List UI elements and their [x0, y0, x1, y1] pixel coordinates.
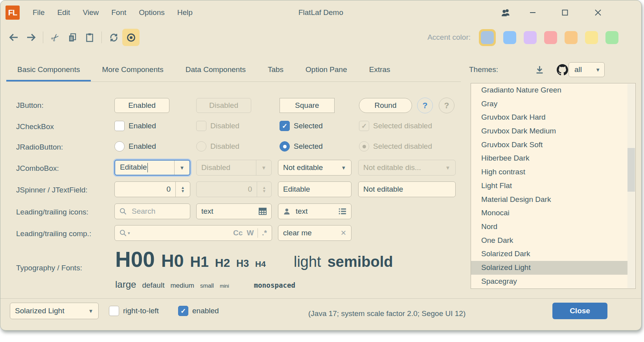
- github-button[interactable]: [557, 64, 568, 76]
- arrow-down-icon[interactable]: ▼: [181, 189, 185, 193]
- theme-item[interactable]: Gruvbox Dark Hard: [471, 111, 627, 124]
- theme-item[interactable]: Gruvbox Dark Soft: [471, 138, 627, 152]
- right-to-left-checkbox[interactable]: right-to-left: [109, 306, 159, 316]
- spinner-disabled: 0 ▲▼: [196, 181, 272, 197]
- chevron-down-icon[interactable]: ▼: [83, 303, 98, 319]
- textfield-value[interactable]: text: [291, 207, 338, 216]
- theme-item[interactable]: High contrast: [471, 165, 627, 179]
- spinner-enabled[interactable]: 0 ▲▼: [114, 181, 190, 197]
- radio-selected[interactable]: Selected: [280, 141, 323, 152]
- chevron-down-icon[interactable]: ▼: [174, 161, 190, 175]
- theme-item-selected[interactable]: Solarized Light: [471, 261, 627, 275]
- search-placeholder[interactable]: Search: [127, 207, 190, 216]
- theme-item[interactable]: Light Flat: [471, 179, 627, 193]
- laf-combobox[interactable]: Solarized Light ▼: [10, 303, 99, 319]
- radio-checked-icon[interactable]: [280, 141, 290, 152]
- minimize-button[interactable]: [527, 7, 538, 18]
- theme-item[interactable]: Gray: [471, 97, 627, 111]
- maximize-button[interactable]: [559, 7, 570, 18]
- radio-label: Enabled: [129, 142, 156, 151]
- close-button[interactable]: Close: [552, 303, 607, 319]
- github-icon: [557, 64, 568, 76]
- menu-help[interactable]: Help: [171, 0, 199, 25]
- menu-view[interactable]: View: [76, 0, 105, 25]
- tab-data-components[interactable]: Data Components: [175, 59, 257, 81]
- theme-item[interactable]: One Dark: [471, 234, 627, 248]
- checkbox-checked-icon[interactable]: ✓: [280, 121, 290, 131]
- theme-item[interactable]: Monocai: [471, 206, 627, 220]
- themes-scrollbar-thumb[interactable]: [627, 148, 635, 192]
- enabled-checkbox[interactable]: ✓ enabled: [178, 306, 219, 316]
- theme-item[interactable]: Hiberbee Dark: [471, 152, 627, 165]
- chevron-down-icon[interactable]: ▼: [336, 160, 351, 175]
- download-theme-button[interactable]: [534, 65, 545, 75]
- radio-icon[interactable]: [114, 141, 125, 152]
- round-button[interactable]: Round: [359, 98, 412, 113]
- search-with-dropdown-button[interactable]: ▾: [115, 229, 130, 237]
- combobox-editable[interactable]: Editable ▼: [114, 160, 190, 176]
- regex-button[interactable]: .*: [262, 229, 267, 237]
- match-case-button[interactable]: Cc: [233, 229, 243, 237]
- tab-basic-components[interactable]: Basic Components: [6, 59, 91, 81]
- clearable-field-value[interactable]: clear me: [278, 229, 340, 237]
- help-button[interactable]: ?: [417, 98, 433, 113]
- paste-button[interactable]: [81, 29, 98, 46]
- user-icon: [278, 207, 291, 216]
- textfield-value[interactable]: text: [197, 207, 258, 216]
- textfield-not-editable[interactable]: Not editable: [358, 181, 456, 197]
- themes-filter-combobox[interactable]: all ▼: [569, 62, 605, 77]
- menu-font[interactable]: Font: [105, 0, 132, 25]
- accent-swatch-red[interactable]: [544, 31, 557, 44]
- tab-tabs[interactable]: Tabs: [257, 59, 294, 81]
- accent-swatch-yellow[interactable]: [585, 31, 598, 44]
- theme-item[interactable]: Gruvbox Dark Medium: [471, 124, 627, 138]
- enabled-button[interactable]: Enabled: [114, 98, 169, 113]
- accent-swatch-blue[interactable]: [503, 31, 516, 44]
- combobox-value[interactable]: Editable: [115, 163, 174, 172]
- accent-swatch-green[interactable]: [605, 31, 618, 44]
- theme-item[interactable]: Nord: [471, 220, 627, 234]
- checkbox-icon[interactable]: [114, 121, 125, 131]
- show-hidden-button[interactable]: [122, 29, 140, 46]
- search-field[interactable]: Search: [114, 203, 190, 219]
- default-sample: default: [142, 281, 164, 290]
- spinner-value[interactable]: 0: [115, 185, 175, 194]
- users-icon[interactable]: [500, 7, 512, 18]
- copy-button[interactable]: [64, 29, 81, 46]
- menu-options[interactable]: Options: [132, 0, 171, 25]
- whole-word-button[interactable]: W: [247, 229, 254, 237]
- tab-more-components[interactable]: More Components: [91, 59, 174, 81]
- theme-item[interactable]: Solarized Dark: [471, 247, 627, 261]
- textfield-trailing-icon[interactable]: text: [196, 203, 272, 219]
- refresh-button[interactable]: [105, 29, 122, 46]
- accent-swatch-orange[interactable]: [565, 31, 578, 44]
- combobox-not-editable[interactable]: Not editable ▼: [278, 160, 351, 176]
- spinner-arrows[interactable]: ▲▼: [175, 182, 190, 197]
- checkbox-icon[interactable]: [109, 306, 119, 316]
- clearable-field[interactable]: clear me ✕: [278, 225, 351, 241]
- theme-item[interactable]: Gradianto Nature Green: [471, 83, 627, 97]
- tab-option-pane[interactable]: Option Pane: [294, 59, 358, 81]
- accent-swatch-purple[interactable]: [524, 31, 537, 44]
- square-button[interactable]: Square: [280, 98, 335, 113]
- theme-item[interactable]: Material Design Dark: [471, 193, 627, 207]
- back-button[interactable]: [5, 29, 22, 46]
- menu-edit[interactable]: Edit: [51, 0, 77, 25]
- tab-extras[interactable]: Extras: [358, 59, 401, 81]
- button-label: Disabled: [209, 101, 238, 110]
- textfield-editable[interactable]: Editable: [278, 181, 351, 197]
- checkbox-checked-icon[interactable]: ✓: [178, 306, 188, 316]
- textfield-value[interactable]: Editable: [278, 185, 351, 194]
- menu-file[interactable]: File: [26, 0, 51, 25]
- accent-swatch-blue-gray[interactable]: [481, 31, 494, 44]
- clear-icon[interactable]: ✕: [340, 229, 351, 237]
- radio-enabled[interactable]: Enabled: [114, 141, 156, 152]
- checkbox-enabled[interactable]: Enabled: [114, 121, 156, 131]
- theme-item[interactable]: Spacegray: [471, 275, 627, 288]
- textfield-leading-trailing-icons[interactable]: text: [278, 203, 351, 219]
- cut-button[interactable]: ✂: [46, 29, 64, 46]
- search-field-with-buttons[interactable]: ▾ Cc W .*: [114, 225, 272, 241]
- checkbox-selected[interactable]: ✓ Selected: [280, 121, 323, 131]
- close-window-button[interactable]: [592, 7, 604, 18]
- forward-button[interactable]: [22, 29, 40, 46]
